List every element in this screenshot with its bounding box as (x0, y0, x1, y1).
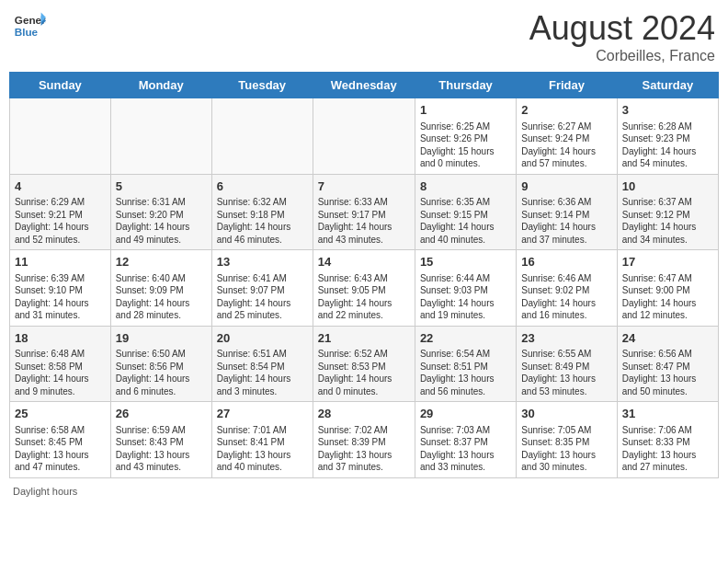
calendar-cell: 26Sunrise: 6:59 AM Sunset: 8:43 PM Dayli… (110, 402, 211, 478)
day-number: 9 (521, 178, 611, 195)
day-info: Sunrise: 6:44 AM Sunset: 9:03 PM Dayligh… (420, 272, 511, 322)
calendar-cell: 29Sunrise: 7:03 AM Sunset: 8:37 PM Dayli… (415, 402, 516, 478)
day-info: Sunrise: 6:50 AM Sunset: 8:56 PM Dayligh… (116, 348, 207, 397)
day-info: Sunrise: 6:58 AM Sunset: 8:45 PM Dayligh… (15, 424, 106, 474)
day-info: Sunrise: 7:05 AM Sunset: 8:35 PM Dayligh… (521, 424, 611, 474)
day-number: 12 (116, 254, 207, 270)
svg-text:Blue: Blue (15, 26, 39, 38)
day-number: 6 (217, 178, 308, 195)
month-year: August 2024 (529, 9, 715, 48)
day-info: Sunrise: 6:51 AM Sunset: 8:54 PM Dayligh… (217, 348, 308, 397)
calendar-cell: 20Sunrise: 6:51 AM Sunset: 8:54 PM Dayli… (211, 326, 313, 402)
calendar-table: SundayMondayTuesdayWednesdayThursdayFrid… (9, 72, 719, 478)
day-number: 19 (116, 330, 207, 347)
day-number: 10 (622, 178, 713, 195)
calendar-cell: 15Sunrise: 6:44 AM Sunset: 9:03 PM Dayli… (415, 250, 516, 327)
calendar-cell: 2Sunrise: 6:27 AM Sunset: 9:24 PM Daylig… (517, 98, 617, 175)
day-number: 29 (420, 406, 511, 422)
calendar-cell: 12Sunrise: 6:40 AM Sunset: 9:09 PM Dayli… (110, 250, 211, 327)
calendar-cell: 30Sunrise: 7:05 AM Sunset: 8:35 PM Dayli… (517, 402, 617, 478)
calendar-cell: 1Sunrise: 6:25 AM Sunset: 9:26 PM Daylig… (415, 98, 516, 175)
calendar-cell: 4Sunrise: 6:29 AM Sunset: 9:21 PM Daylig… (10, 174, 111, 250)
calendar-cell: 8Sunrise: 6:35 AM Sunset: 9:15 PM Daylig… (415, 174, 516, 250)
calendar-cell: 25Sunrise: 6:58 AM Sunset: 8:45 PM Dayli… (10, 402, 111, 478)
col-header-tuesday: Tuesday (211, 73, 313, 98)
day-info: Sunrise: 6:55 AM Sunset: 8:49 PM Dayligh… (521, 348, 611, 397)
day-number: 4 (15, 178, 106, 195)
calendar-cell: 19Sunrise: 6:50 AM Sunset: 8:56 PM Dayli… (110, 326, 211, 402)
day-number: 8 (420, 178, 511, 195)
day-number: 18 (15, 330, 106, 347)
day-number: 11 (15, 254, 106, 270)
calendar-cell: 27Sunrise: 7:01 AM Sunset: 8:41 PM Dayli… (211, 402, 313, 478)
calendar-cell: 24Sunrise: 6:56 AM Sunset: 8:47 PM Dayli… (617, 326, 718, 402)
day-info: Sunrise: 6:28 AM Sunset: 9:23 PM Dayligh… (622, 121, 713, 170)
day-info: Sunrise: 6:37 AM Sunset: 9:12 PM Dayligh… (622, 196, 713, 246)
col-header-sunday: Sunday (10, 73, 111, 98)
day-info: Sunrise: 6:48 AM Sunset: 8:58 PM Dayligh… (15, 348, 106, 397)
day-number: 7 (318, 178, 410, 195)
title-block: August 2024 Corbeilles, France (529, 9, 715, 64)
day-info: Sunrise: 6:29 AM Sunset: 9:21 PM Dayligh… (15, 196, 106, 246)
logo: General Blue (13, 9, 46, 42)
day-number: 14 (318, 254, 410, 270)
day-info: Sunrise: 6:46 AM Sunset: 9:02 PM Dayligh… (521, 272, 611, 322)
day-number: 2 (521, 102, 611, 119)
calendar-cell (10, 98, 111, 175)
page-header: General Blue August 2024 Corbeilles, Fra… (9, 9, 719, 64)
calendar-cell: 31Sunrise: 7:06 AM Sunset: 8:33 PM Dayli… (617, 402, 718, 478)
day-number: 23 (521, 330, 611, 347)
calendar-cell: 22Sunrise: 6:54 AM Sunset: 8:51 PM Dayli… (415, 326, 516, 402)
daylight-hours-label: Daylight hours (13, 486, 77, 497)
calendar-cell (313, 98, 415, 175)
day-number: 3 (622, 102, 713, 119)
day-info: Sunrise: 6:47 AM Sunset: 9:00 PM Dayligh… (622, 272, 713, 322)
day-number: 15 (420, 254, 511, 270)
day-info: Sunrise: 6:54 AM Sunset: 8:51 PM Dayligh… (420, 348, 511, 397)
calendar-week-4: 18Sunrise: 6:48 AM Sunset: 8:58 PM Dayli… (10, 326, 719, 402)
calendar-week-3: 11Sunrise: 6:39 AM Sunset: 9:10 PM Dayli… (10, 250, 719, 327)
calendar-cell (110, 98, 211, 175)
day-info: Sunrise: 6:32 AM Sunset: 9:18 PM Dayligh… (217, 196, 308, 246)
day-info: Sunrise: 7:06 AM Sunset: 8:33 PM Dayligh… (622, 424, 713, 474)
footer: Daylight hours (9, 486, 719, 497)
calendar-week-5: 25Sunrise: 6:58 AM Sunset: 8:45 PM Dayli… (10, 402, 719, 478)
day-info: Sunrise: 6:41 AM Sunset: 9:07 PM Dayligh… (217, 272, 308, 322)
col-header-friday: Friday (517, 73, 617, 98)
calendar-cell: 21Sunrise: 6:52 AM Sunset: 8:53 PM Dayli… (313, 326, 415, 402)
day-number: 5 (116, 178, 207, 195)
day-info: Sunrise: 7:02 AM Sunset: 8:39 PM Dayligh… (318, 424, 410, 474)
calendar-cell: 9Sunrise: 6:36 AM Sunset: 9:14 PM Daylig… (517, 174, 617, 250)
day-number: 28 (318, 406, 410, 422)
day-info: Sunrise: 6:40 AM Sunset: 9:09 PM Dayligh… (116, 272, 207, 322)
calendar-cell: 13Sunrise: 6:41 AM Sunset: 9:07 PM Dayli… (211, 250, 313, 327)
day-number: 22 (420, 330, 511, 347)
day-number: 13 (217, 254, 308, 270)
col-header-thursday: Thursday (415, 73, 516, 98)
day-info: Sunrise: 7:03 AM Sunset: 8:37 PM Dayligh… (420, 424, 511, 474)
calendar-cell: 3Sunrise: 6:28 AM Sunset: 9:23 PM Daylig… (617, 98, 718, 175)
day-info: Sunrise: 6:39 AM Sunset: 9:10 PM Dayligh… (15, 272, 106, 322)
day-number: 31 (622, 406, 713, 422)
calendar-cell: 23Sunrise: 6:55 AM Sunset: 8:49 PM Dayli… (517, 326, 617, 402)
day-number: 30 (521, 406, 611, 422)
day-number: 16 (521, 254, 611, 270)
day-info: Sunrise: 6:36 AM Sunset: 9:14 PM Dayligh… (521, 196, 611, 246)
day-number: 20 (217, 330, 308, 347)
calendar-cell: 5Sunrise: 6:31 AM Sunset: 9:20 PM Daylig… (110, 174, 211, 250)
day-info: Sunrise: 6:35 AM Sunset: 9:15 PM Dayligh… (420, 196, 511, 246)
day-number: 25 (15, 406, 106, 422)
calendar-cell: 28Sunrise: 7:02 AM Sunset: 8:39 PM Dayli… (313, 402, 415, 478)
day-info: Sunrise: 6:59 AM Sunset: 8:43 PM Dayligh… (116, 424, 207, 474)
calendar-cell: 18Sunrise: 6:48 AM Sunset: 8:58 PM Dayli… (10, 326, 111, 402)
calendar-cell: 6Sunrise: 6:32 AM Sunset: 9:18 PM Daylig… (211, 174, 313, 250)
col-header-saturday: Saturday (617, 73, 718, 98)
day-number: 26 (116, 406, 207, 422)
calendar-week-2: 4Sunrise: 6:29 AM Sunset: 9:21 PM Daylig… (10, 174, 719, 250)
day-number: 17 (622, 254, 713, 270)
day-info: Sunrise: 6:56 AM Sunset: 8:47 PM Dayligh… (622, 348, 713, 397)
day-number: 21 (318, 330, 410, 347)
col-header-wednesday: Wednesday (313, 73, 415, 98)
calendar-cell: 16Sunrise: 6:46 AM Sunset: 9:02 PM Dayli… (517, 250, 617, 327)
day-number: 27 (217, 406, 308, 422)
